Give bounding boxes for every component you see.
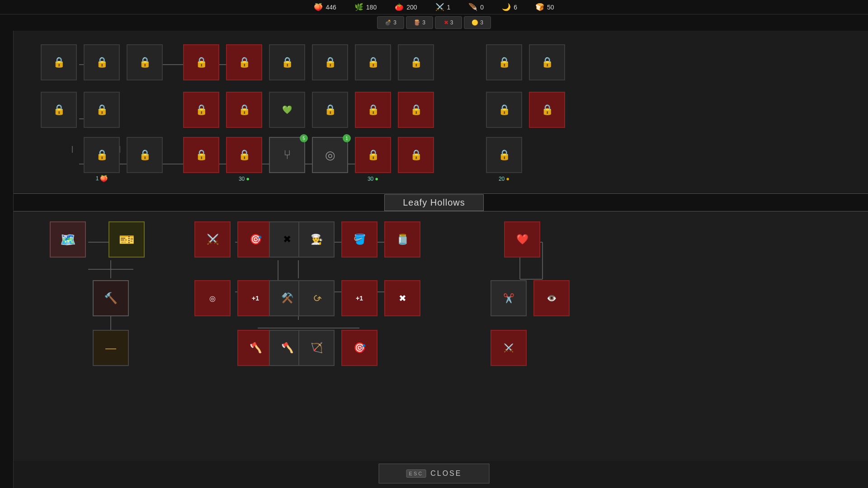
upper-node-9[interactable]: 🔒 — [398, 44, 434, 80]
upper-node-r2-5[interactable]: 💚 — [269, 92, 305, 128]
item-slot-4[interactable]: 🟡3 — [464, 16, 491, 29]
lower-node-crossbow[interactable]: 🏹 — [298, 330, 335, 366]
lower-node-hammer[interactable]: 🔨 — [93, 280, 129, 316]
lower-node-map[interactable]: 🗺️ — [50, 221, 86, 258]
bread-count: 50 — [547, 4, 554, 11]
item-slot-2[interactable]: 🪵3 — [406, 16, 433, 29]
upper-node-r3-7[interactable]: 🔒 30● — [355, 137, 391, 173]
upper-node-7[interactable]: 🔒 — [312, 44, 348, 80]
node-cost-r3-4: 30● — [239, 175, 250, 182]
node-cost-r3-7: 30● — [368, 175, 378, 182]
lower-node-r2-5[interactable]: +1 — [341, 280, 377, 316]
lower-node-plank[interactable]: — — [93, 330, 129, 366]
node-badge-5: 5 — [300, 134, 308, 142]
upper-node-r2-9[interactable]: 🔒 — [486, 92, 522, 128]
close-button[interactable]: ESC CLOSE — [379, 464, 490, 483]
moon-count: 6 — [514, 4, 517, 11]
upper-node-r2-10[interactable]: 🔒 — [529, 92, 565, 128]
resource-bread: 🍞 50 — [535, 3, 554, 11]
upper-tech-tree: 🔒 🔒 🔒 🔒 🔒 🔒 🔒 🔒 🔒 🔒 🔒 — [0, 31, 868, 193]
lower-node-boomerang[interactable]: ↺ — [298, 280, 335, 316]
item-slot-1[interactable]: 💣3 — [377, 16, 404, 29]
resource-sword: ⚔️ 1 — [435, 3, 451, 11]
lower-node-chef[interactable]: 👨‍🍳 — [298, 221, 335, 258]
resource-tomato: 🍅 200 — [395, 3, 417, 11]
section-label: Leafy Hollows — [384, 194, 484, 211]
lower-tech-tree: 🗺️ 🎫 ⚔️ 🎯 ✖ 👨‍🍳 🪣 🫙 ❤️ — [0, 211, 868, 461]
upper-node-10[interactable]: 🔒 — [486, 44, 522, 80]
lower-node-r2-1[interactable]: ◎ — [194, 280, 231, 316]
lower-node-r2-right2[interactable]: 👁️ — [533, 280, 570, 316]
item-slot-3[interactable]: ✖3 — [435, 16, 462, 29]
lower-node-axe1[interactable]: 🪓 — [237, 330, 274, 366]
upper-node-r3-4[interactable]: 🔒 30● — [226, 137, 262, 173]
lower-node-r3-right[interactable]: ⚔️ — [491, 330, 527, 366]
upper-node-r2-2[interactable]: 🔒 — [84, 92, 120, 128]
left-sidebar — [0, 31, 14, 488]
lower-node-r2-6[interactable]: ✖ — [384, 280, 420, 316]
esc-badge: ESC — [406, 469, 426, 478]
upper-node-r3-3[interactable]: 🔒 — [183, 137, 219, 173]
close-label: CLOSE — [430, 469, 462, 478]
sword-count: 1 — [447, 4, 451, 11]
upper-node-8[interactable]: 🔒 — [355, 44, 391, 80]
upper-node-2[interactable]: 🔒 — [84, 44, 120, 80]
section-divider: Leafy Hollows — [0, 193, 868, 211]
upper-node-r2-7[interactable]: 🔒 — [355, 92, 391, 128]
resource-moon: 🌙 6 — [502, 3, 517, 11]
resource-pumpkin: 🍑 446 — [314, 3, 336, 11]
node-badge-6: 1 — [343, 134, 351, 142]
lower-node-combat2[interactable]: 🎯 — [237, 221, 274, 258]
lower-node-combat1[interactable]: ⚔️ — [194, 221, 231, 258]
upper-node-r2-6[interactable]: 🔒 — [312, 92, 348, 128]
upper-node-r3-9[interactable]: 🔒 20● — [486, 137, 522, 173]
upper-node-r3-2[interactable]: 🔒 — [127, 137, 163, 173]
lower-node-ticket[interactable]: 🎫 — [108, 221, 145, 258]
upper-node-r3-1[interactable]: 🔒 1🍑 — [84, 137, 120, 173]
upper-node-r2-3[interactable]: 🔒 — [183, 92, 219, 128]
upper-node-r3-5[interactable]: ⑂ 5 — [269, 137, 305, 173]
item-bar: 💣3 🪵3 ✖3 🟡3 — [0, 14, 868, 31]
top-resource-bar: 🍑 446 🌿 180 🍅 200 ⚔️ 1 🪶 0 🌙 6 🍞 50 — [0, 0, 868, 14]
upper-node-1[interactable]: 🔒 — [41, 44, 77, 80]
upper-node-11[interactable]: 🔒 — [529, 44, 565, 80]
main-content: 🔒 🔒 🔒 🔒 🔒 🔒 🔒 🔒 🔒 🔒 🔒 — [0, 31, 868, 488]
lower-node-bucket1[interactable]: 🪣 — [341, 221, 377, 258]
lower-node-heart[interactable]: ❤️ — [504, 221, 540, 258]
upper-node-r3-6[interactable]: ◎ 1 — [312, 137, 348, 173]
node-cost-r3-9: 20● — [499, 175, 509, 182]
upper-node-3[interactable]: 🔒 — [127, 44, 163, 80]
pumpkin-count: 446 — [326, 4, 336, 11]
tomato-count: 200 — [406, 4, 417, 11]
resource-herb: 🌿 180 — [354, 3, 377, 11]
lower-node-r2-right1[interactable]: ✂️ — [491, 280, 527, 316]
resource-feather: 🪶 0 — [468, 3, 484, 11]
upper-node-r3-8[interactable]: 🔒 — [398, 137, 434, 173]
lower-node-bow-red[interactable]: 🎯 — [341, 330, 377, 366]
lower-node-r2-2[interactable]: +1 — [237, 280, 274, 316]
upper-node-6[interactable]: 🔒 — [269, 44, 305, 80]
upper-node-r2-1[interactable]: 🔒 — [41, 92, 77, 128]
upper-node-r2-8[interactable]: 🔒 — [398, 92, 434, 128]
node-cost-r3-1: 1🍑 — [96, 175, 108, 182]
upper-node-r2-4[interactable]: 🔒 — [226, 92, 262, 128]
feather-count: 0 — [480, 4, 484, 11]
lower-node-bucket2[interactable]: 🫙 — [384, 221, 420, 258]
upper-node-5[interactable]: 🔒 — [226, 44, 262, 80]
herb-count: 180 — [366, 4, 377, 11]
upper-node-4[interactable]: 🔒 — [183, 44, 219, 80]
